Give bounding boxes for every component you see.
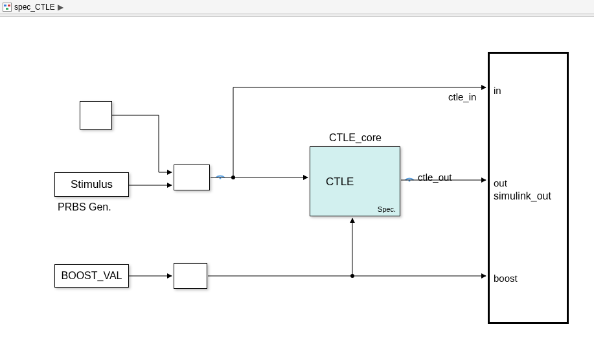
svg-rect-3 [6, 8, 8, 10]
svg-rect-2 [8, 5, 10, 6]
model-icon [3, 3, 12, 12]
model-name[interactable]: spec_CTLE [14, 3, 55, 12]
ctle-inside-label: CTLE [326, 176, 354, 188]
svg-rect-0 [3, 3, 12, 11]
svg-rect-1 [4, 5, 6, 6]
stimulus-block[interactable]: Stimulus [54, 172, 129, 197]
port-in-label: in [494, 85, 501, 96]
boost-val-label: BOOST_VAL [62, 270, 122, 282]
ctle-core-title: CTLE_core [329, 132, 382, 144]
port-boost-label: boost [494, 273, 518, 284]
ctle-spec-label: Spec. [378, 205, 396, 213]
breadcrumb-arrow: ▶ [58, 3, 63, 12]
stimulus-caption: PRBS Gen. [58, 201, 111, 213]
signal-ctle-out-label: ctle_out [418, 172, 452, 183]
stimulus-label: Stimulus [71, 178, 113, 191]
port-out-label: out [494, 177, 507, 188]
step-source-block[interactable] [80, 101, 112, 130]
ctle-core-block[interactable]: CTLE Spec. [310, 146, 400, 216]
signal-ctle-in-label: ctle_in [448, 91, 476, 102]
boost-val-block[interactable]: BOOST_VAL [54, 264, 129, 288]
manual-switch-block[interactable] [174, 165, 210, 190]
bus-creator-block[interactable] [174, 263, 207, 289]
diagram-canvas[interactable]: Stimulus PRBS Gen. BOOST_VAL CTLE_core C… [0, 18, 594, 364]
simulink-out-caption: simulink_out [494, 190, 551, 202]
simulink-out-block[interactable]: in out boost [488, 52, 569, 324]
breadcrumb[interactable]: spec_CTLE ▶ [0, 0, 594, 14]
